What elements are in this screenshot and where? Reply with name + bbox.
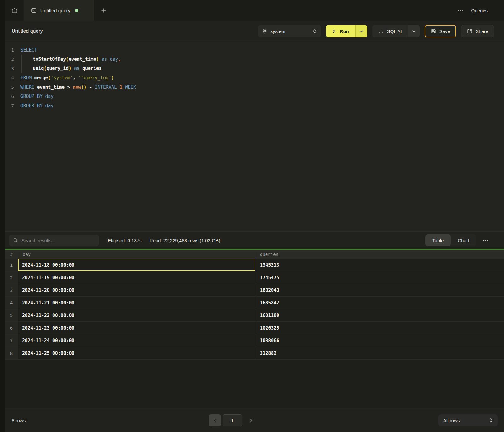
run-options-button[interactable] [355, 25, 367, 37]
share-button-label: Share [476, 29, 488, 34]
next-page-button[interactable] [248, 417, 255, 424]
query-header: Untitled query system [0, 21, 504, 42]
run-button-label: Run [340, 29, 349, 34]
database-selected-value: system [271, 29, 310, 34]
cell-day[interactable]: 2024-11-24 00:00:00 [18, 334, 255, 347]
sql-editor[interactable]: 1SELECT2toStartOfDay(event_time) as day,… [0, 42, 504, 231]
sparkles-icon [378, 28, 384, 34]
page-size-selector[interactable]: All rows [438, 414, 498, 426]
chevron-right-icon [250, 418, 253, 423]
cell-queries[interactable]: 1632043 [255, 284, 504, 297]
cell-queries[interactable]: 1345213 [255, 259, 504, 271]
cell-day[interactable]: 2024-11-22 00:00:00 [18, 309, 255, 322]
code-line[interactable]: 1SELECT [0, 45, 504, 55]
results-options-button[interactable] [481, 238, 490, 243]
code-line[interactable]: 2toStartOfDay(event_time) as day, [0, 55, 504, 64]
current-page-button[interactable]: 1 [223, 414, 242, 426]
sql-ai-button-group: SQL AI [372, 25, 420, 37]
queries-link[interactable]: Queries [471, 8, 488, 13]
results-table-header: # day queries [0, 250, 504, 259]
cell-day[interactable]: 2024-11-25 00:00:00 [18, 347, 255, 360]
code-line[interactable]: 3uniq(query_id) as queries [0, 64, 504, 73]
code-line[interactable]: 7ORDER BY day [0, 101, 504, 111]
cell-day[interactable]: 2024-11-21 00:00:00 [18, 297, 255, 309]
code-line[interactable]: 6GROUP BY day [0, 92, 504, 101]
terminal-icon [31, 7, 37, 14]
view-chart-tab[interactable]: Chart [451, 234, 476, 246]
read-stat: Read: 22,229,488 rows (1.02 GB) [150, 238, 220, 243]
home-button[interactable] [5, 0, 24, 21]
code-line[interactable]: 5WHERE event_time > now() - INTERVAL 1 W… [0, 82, 504, 92]
table-row: 52024-11-22 00:00:001601189 [0, 309, 504, 322]
tab-untitled-query[interactable]: Untitled query [24, 0, 94, 21]
search-input[interactable] [21, 237, 90, 243]
cell-queries[interactable]: 1745475 [255, 271, 504, 284]
cell-queries[interactable]: 312882 [255, 347, 504, 360]
sql-ai-options-button[interactable] [408, 25, 420, 37]
code-line[interactable]: 4FROM merge('system', '^query_log') [0, 73, 504, 83]
code-text: SELECT [14, 47, 37, 53]
share-button[interactable]: Share [461, 25, 494, 37]
table-row: 22024-11-19 00:00:001745475 [0, 271, 504, 284]
sql-ai-button[interactable]: SQL AI [372, 25, 408, 37]
save-button[interactable]: Save [425, 25, 456, 37]
plus-icon [100, 7, 107, 14]
code-text: toStartOfDay(event_time) as day, [14, 55, 121, 64]
save-icon [431, 28, 436, 34]
view-table-tab[interactable]: Table [425, 234, 451, 246]
ellipsis-icon [458, 10, 463, 11]
code-text: GROUP BY day [14, 94, 54, 99]
new-tab-button[interactable] [94, 0, 113, 21]
results-table-body: 12024-11-18 00:00:00134521322024-11-19 0… [0, 259, 504, 408]
elapsed-stat: Elapsed: 0.137s [108, 238, 142, 243]
select-updown-icon [489, 418, 493, 423]
table-row: 42024-11-21 00:00:001685842 [0, 297, 504, 309]
cell-day[interactable]: 2024-11-20 00:00:00 [18, 284, 255, 297]
page-size-value: All rows [443, 418, 460, 423]
share-icon [467, 28, 472, 34]
table-row: 12024-11-18 00:00:001345213 [0, 259, 504, 271]
code-lines: 1SELECT2toStartOfDay(event_time) as day,… [0, 45, 504, 111]
run-button[interactable]: Run [326, 25, 355, 37]
ellipsis-icon [483, 240, 488, 241]
sql-ai-button-label: SQL AI [387, 29, 402, 34]
database-icon [262, 28, 267, 34]
table-row: 72024-11-24 00:00:001038066 [0, 334, 504, 347]
pagination: 1 [209, 414, 255, 426]
tab-bar-right: Queries [457, 0, 504, 21]
cell-day[interactable]: 2024-11-23 00:00:00 [18, 322, 255, 334]
table-row: 62024-11-23 00:00:001026325 [0, 322, 504, 334]
database-selector[interactable]: system [258, 25, 321, 37]
cell-queries[interactable]: 1026325 [255, 322, 504, 334]
cell-queries[interactable]: 1685842 [255, 297, 504, 309]
tab-title: Untitled query [40, 8, 70, 13]
cell-day[interactable]: 2024-11-18 00:00:00 [18, 259, 255, 271]
results-toolbar: Elapsed: 0.137s Read: 22,229,488 rows (1… [0, 231, 504, 249]
cell-day[interactable]: 2024-11-19 00:00:00 [18, 271, 255, 284]
view-toggle: Table Chart [425, 234, 476, 246]
cell-queries[interactable]: 1038066 [255, 334, 504, 347]
chevron-left-icon [214, 418, 216, 423]
select-updown-icon [313, 29, 317, 34]
chevron-down-icon [359, 30, 364, 33]
tab-options-button[interactable] [457, 9, 465, 13]
search-results-box[interactable] [9, 235, 99, 246]
left-rail [0, 0, 5, 432]
play-icon [331, 29, 337, 34]
code-text: uniq(query_id) as queries [14, 64, 101, 73]
unsaved-indicator-dot [75, 9, 78, 12]
home-icon [11, 7, 18, 14]
column-header-queries[interactable]: queries [255, 252, 504, 257]
code-text: ORDER BY day [14, 103, 54, 109]
column-header-day[interactable]: day [18, 252, 255, 257]
search-icon [13, 238, 18, 243]
cell-queries[interactable]: 1601189 [255, 309, 504, 322]
page-title: Untitled query [12, 28, 43, 34]
previous-page-button[interactable] [209, 414, 221, 426]
rows-count: 8 rows [12, 408, 26, 432]
table-row: 82024-11-25 00:00:00312882 [0, 347, 504, 360]
code-text: FROM merge('system', '^query_log') [14, 75, 114, 81]
run-button-group: Run [326, 25, 367, 37]
header-actions: system Run [258, 25, 494, 37]
chevron-down-icon [412, 30, 416, 33]
